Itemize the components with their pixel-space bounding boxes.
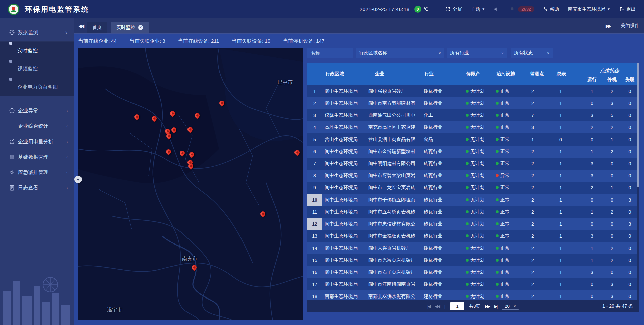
table-header: 行政区域 企业 行业 停限产 治污设施 监测点 总表 点位状态 运行 停机 失联 xyxy=(307,63,639,85)
table-row[interactable]: 17阆中生态环境局阆中市江南镇阆南页岩砖瓦行业无计划正常21030 xyxy=(307,278,639,290)
status-dot-icon xyxy=(496,210,499,213)
chevron-left-icon: ‹ xyxy=(66,140,68,144)
panel-collapse-button[interactable]: ◀ xyxy=(74,176,82,183)
table-row[interactable]: 11阆中生态环境局阆中市五马桥页岩机砖砖瓦行业无计划正常21120 xyxy=(307,206,639,218)
fullscreen-button[interactable]: 全屏 xyxy=(445,6,462,12)
enterprise-panel: 行政区域名称 ∨ 所有行业 ∨ 所有状态 ∨ 行政区域 企业 行业 停限产 治污… xyxy=(307,48,639,312)
status-filter-select[interactable]: 所有状态 ∨ xyxy=(511,48,553,58)
sidebar-item-power-load-detail[interactable]: 企业电力负荷明细 xyxy=(0,78,74,96)
status-dot-icon xyxy=(496,198,499,201)
table-row[interactable]: 3仪陇生态环境局西南油气田分公司川中化工无计划正常71350 xyxy=(307,109,639,121)
org-menu[interactable]: 南充市生态环境局▼ xyxy=(568,6,610,12)
stat-item: 当前失联设备: 10 xyxy=(232,38,270,44)
map-pin[interactable] xyxy=(218,100,225,107)
map-pin[interactable] xyxy=(191,264,198,271)
sidebar-item-base-data[interactable]: 基础数据管理 ‹ xyxy=(0,149,74,165)
map-pin[interactable] xyxy=(151,115,158,122)
tab-home[interactable]: 首页 xyxy=(87,22,107,33)
name-filter-input[interactable] xyxy=(307,48,353,58)
table-row[interactable]: 4高坪生态环境局南充市高坪区王家店建砖瓦行业无计划正常31220 xyxy=(307,121,639,133)
industry-filter-select[interactable]: 所有行业 ∨ xyxy=(447,48,507,58)
region-filter-select[interactable]: 行政区域名称 ∨ xyxy=(356,48,444,58)
close-operations-button[interactable]: 关闭操作 xyxy=(621,23,639,29)
map-pin[interactable] xyxy=(133,113,140,120)
map-pins: 巴中市南充市遂宁市 xyxy=(78,48,303,320)
table-row[interactable]: 9阆中生态环境局阆中市二龙长宝页岩砖砖瓦行业无计划正常21210 xyxy=(307,182,639,194)
chevron-down-icon: ∨ xyxy=(547,51,549,55)
status-dot-icon xyxy=(496,295,499,298)
status-dot-icon xyxy=(466,295,469,298)
table-row[interactable]: 6阆中生态环境局阆中市金博瑞新型墙材砖瓦行业无计划正常21120 xyxy=(307,146,639,158)
chevron-left-icon: ‹ xyxy=(66,109,68,113)
table-row[interactable]: 8阆中生态环境局阆中市枣碧大梁山页岩砖瓦行业无计划异常21300 xyxy=(307,170,639,182)
table-row[interactable]: 16阆中生态环境局阆中市石子页岩机砖厂砖瓦行业无计划正常21300 xyxy=(307,266,639,278)
sidebar-item-video-monitor[interactable]: 视频监控 xyxy=(0,60,74,78)
table-scrollbar-thumb[interactable] xyxy=(637,63,639,187)
map-pin[interactable] xyxy=(170,126,177,133)
table-row[interactable]: 1阆中生态环境局阆中强锐页岩砖厂砖瓦行业无计划正常21120 xyxy=(307,85,639,97)
map-pin[interactable] xyxy=(194,112,201,119)
prev-page-button[interactable]: ◀◀ xyxy=(435,304,439,309)
page-size-select[interactable]: 20 ∨ xyxy=(502,303,519,310)
map-pin[interactable] xyxy=(259,210,266,217)
sidebar-item-enterprise-statistics[interactable]: 企业综合统计 ‹ xyxy=(0,118,74,134)
fullscreen-icon xyxy=(445,7,450,12)
sidebar-item-data-monitor[interactable]: 数据监测 ∨ xyxy=(0,23,74,41)
table-row[interactable]: 14阆中生态环境局阆中大兴页岩机砖厂砖瓦行业无计划正常21120 xyxy=(307,242,639,254)
notifications[interactable]: 2632 xyxy=(509,6,534,12)
status-dot-icon xyxy=(466,126,469,129)
table-row[interactable]: 15阆中生态环境局阆中市光富页岩机砖厂砖瓦行业无计划正常21120 xyxy=(307,254,639,266)
status-dot-icon xyxy=(466,234,469,237)
status-dot-icon xyxy=(496,126,499,129)
chevron-left-icon: ‹ xyxy=(66,186,68,190)
map-pin[interactable] xyxy=(179,150,186,157)
pagination-bar: |◀ ◀◀ | 共3页 ▶▶ ▶| 20 ∨ 1 - 20 共 47 条 xyxy=(307,300,639,312)
map-pin[interactable] xyxy=(169,110,176,117)
map-panel[interactable]: 巴中市南充市遂宁市 xyxy=(78,48,303,320)
sidebar-item-emergency-reduction[interactable]: 应急减排管理 ‹ xyxy=(0,165,74,180)
mute-button[interactable] xyxy=(494,7,501,12)
status-dot-icon xyxy=(496,283,499,286)
map-pin[interactable] xyxy=(293,149,301,156)
pagination-divider: | xyxy=(444,304,445,309)
map-pin[interactable] xyxy=(188,151,195,158)
table-row[interactable]: 12阆中生态环境局阆中市忠信建材有限公砖瓦行业无计划正常21003 xyxy=(307,218,639,230)
table-row[interactable]: 5营山生态环境局营山县润丰肉食品有限食品无计划正常10010 xyxy=(307,133,639,146)
table-row[interactable]: 7阆中生态环境局阆中明阳建材有限公司砖瓦行业无计划正常21300 xyxy=(307,158,639,170)
map-city-label: 遂宁市 xyxy=(107,307,122,313)
bell-icon xyxy=(509,7,515,12)
alert-circle-icon xyxy=(9,108,15,114)
tab-scroll-right-icon[interactable]: ▶▶ xyxy=(606,23,610,29)
status-dot-icon xyxy=(496,150,499,153)
sidebar-item-realtime-monitor[interactable]: 实时监控 xyxy=(0,42,74,60)
logout-button[interactable]: 退出 xyxy=(619,6,636,12)
table-row[interactable]: 10阆中生态环境局阆中市千佛镇五郎垭页砖瓦行业无计划正常21003 xyxy=(307,194,639,206)
app-title: 环保用电监管系统 xyxy=(25,5,89,14)
table-row[interactable]: 18南部生态环境局南部县双佛水泥有限公建材行业无计划正常21030 xyxy=(307,290,639,300)
city-skyline-decoration xyxy=(0,261,74,325)
sidebar-item-power-analysis[interactable]: 企业用电量分析 ‹ xyxy=(0,134,74,149)
close-icon[interactable]: ✕ xyxy=(138,25,143,30)
theme-menu[interactable]: 主题▼ xyxy=(471,6,485,12)
table-row[interactable]: 13阆中生态环境局阆中市金福旺页岩机砖砖瓦行业无计划正常21300 xyxy=(307,230,639,242)
page-number-input[interactable] xyxy=(450,302,464,310)
first-page-button[interactable]: |◀ xyxy=(427,304,430,309)
map-pin[interactable] xyxy=(165,148,172,155)
status-dot-icon xyxy=(466,259,469,262)
temperature-badge: 0 xyxy=(414,6,421,13)
sidebar-item-log-view[interactable]: 日志查看 ‹ xyxy=(0,180,74,196)
next-page-button[interactable]: ▶▶ xyxy=(485,304,489,309)
sidebar-item-enterprise-abnormal[interactable]: 企业异常 ‹ xyxy=(0,103,74,118)
status-dot-icon xyxy=(496,234,499,237)
column-header-running: 运行 xyxy=(580,74,604,85)
last-page-button[interactable]: ▶| xyxy=(494,304,497,309)
table-row[interactable]: 2阆中生态环境局阆中市南方节能建材有砖瓦行业无计划正常21030 xyxy=(307,97,639,109)
help-button[interactable]: 帮助 xyxy=(543,6,559,12)
tab-realtime-monitor[interactable]: 实时监控 ✕ xyxy=(111,22,149,33)
statistics-icon xyxy=(9,123,15,129)
map-pin[interactable] xyxy=(186,126,194,133)
tab-scroll-left-icon[interactable]: ◀◀ xyxy=(78,23,83,29)
column-header-monitor-points: 监测点 xyxy=(527,63,553,85)
chevron-down-icon: ∨ xyxy=(514,304,516,308)
status-dot-icon xyxy=(496,114,499,117)
